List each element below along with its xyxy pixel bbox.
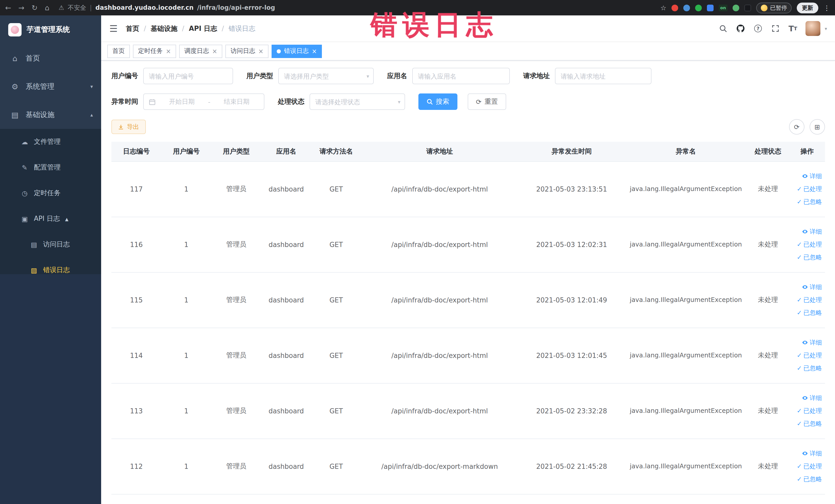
detail-link[interactable]: 详细 bbox=[789, 336, 822, 349]
mark-processed-link[interactable]: ✓ 已处理 bbox=[789, 238, 822, 251]
tab-scheduled-jobs[interactable]: 定时任务 × bbox=[133, 44, 176, 58]
sidebar-item-file-mgmt[interactable]: ☁ 文件管理 bbox=[0, 129, 101, 155]
mark-processed-link[interactable]: ✓ 已处理 bbox=[789, 183, 822, 195]
cell-actions: 详细 ✓ 已处理 ✓ 已忽略 bbox=[789, 161, 825, 217]
check-icon: ✓ bbox=[797, 294, 802, 306]
search-button[interactable]: 搜索 bbox=[419, 94, 457, 110]
home-icon: ⌂ bbox=[10, 54, 20, 63]
forward-icon[interactable]: → bbox=[18, 4, 24, 12]
check-icon: ✓ bbox=[797, 473, 802, 485]
tab-access-log[interactable]: 访问日志 × bbox=[225, 44, 268, 58]
sidebar-item-access-log[interactable]: ▤ 访问日志 bbox=[0, 231, 101, 257]
detail-link[interactable]: 详细 bbox=[789, 281, 822, 294]
back-icon[interactable]: ← bbox=[5, 4, 11, 12]
avatar-caret-icon[interactable]: ▾ bbox=[825, 26, 827, 31]
help-icon[interactable]: ? bbox=[753, 24, 762, 33]
tab-label: 访问日志 bbox=[230, 47, 255, 56]
close-icon[interactable]: × bbox=[312, 47, 317, 55]
cell-status: 未处理 bbox=[747, 161, 789, 217]
extension-icon-blue-drop[interactable] bbox=[683, 4, 690, 11]
check-icon: ✓ bbox=[797, 306, 802, 319]
sidebar-item-api-log[interactable]: ▣ API 日志 ▴ bbox=[0, 206, 101, 231]
user-type-select[interactable] bbox=[278, 68, 374, 84]
sidebar-item-label: 定时任务 bbox=[34, 188, 61, 198]
mark-processed-link[interactable]: ✓ 已处理 bbox=[789, 404, 822, 417]
status-select[interactable] bbox=[309, 94, 405, 110]
mark-ignored-link[interactable]: ✓ 已忽略 bbox=[789, 195, 822, 208]
refresh-button[interactable]: ⟳ bbox=[789, 119, 805, 135]
mark-processed-link[interactable]: ✓ 已处理 bbox=[789, 294, 822, 306]
tab-error-log[interactable]: 错误日志 × bbox=[271, 44, 322, 58]
address-bar[interactable]: ⚠ 不安全 | dashboard.yudao.iocoder.cn /infr… bbox=[59, 3, 660, 12]
extension-icon-leaf[interactable] bbox=[733, 4, 739, 11]
bookmark-star-icon[interactable]: ☆ bbox=[660, 4, 666, 12]
breadcrumb-infra[interactable]: 基础设施 bbox=[151, 24, 177, 33]
update-button[interactable]: 更新 bbox=[797, 2, 818, 13]
extension-icon-blue-grid[interactable] bbox=[707, 4, 714, 11]
close-icon[interactable]: × bbox=[258, 47, 263, 55]
extension-icon-green[interactable] bbox=[695, 4, 702, 11]
detail-link[interactable]: 详细 bbox=[789, 447, 822, 460]
cell-log-id: 112 bbox=[111, 439, 161, 494]
tab-label: 首页 bbox=[113, 47, 125, 56]
page-content: 用户编号 用户类型 ▾ 应用名 请 bbox=[101, 61, 835, 504]
mark-ignored-link[interactable]: ✓ 已忽略 bbox=[789, 306, 822, 319]
close-icon[interactable]: × bbox=[166, 47, 171, 55]
sidebar-item-label: 首页 bbox=[26, 54, 40, 63]
sidebar-item-scheduled-jobs[interactable]: ◷ 定时任务 bbox=[0, 180, 101, 206]
date-range-picker[interactable]: 开始日期 - 结束日期 bbox=[143, 94, 264, 110]
reload-icon[interactable]: ↻ bbox=[32, 4, 38, 12]
security-label[interactable]: 不安全 bbox=[68, 3, 86, 12]
request-url-input[interactable] bbox=[555, 68, 651, 84]
browser-menu-icon[interactable]: ⋮ bbox=[823, 4, 830, 12]
user-id-input[interactable] bbox=[143, 68, 233, 84]
check-icon: ✓ bbox=[797, 362, 802, 375]
detail-link[interactable]: 详细 bbox=[789, 391, 822, 404]
export-button[interactable]: 导出 bbox=[111, 120, 146, 134]
close-icon[interactable]: × bbox=[212, 47, 217, 55]
github-icon[interactable] bbox=[736, 24, 745, 33]
sidebar-item-label: 文件管理 bbox=[34, 137, 61, 146]
fullscreen-icon[interactable] bbox=[771, 24, 780, 33]
sidebar-item-system-mgmt[interactable]: ⚙ 系统管理 ▾ bbox=[0, 73, 101, 101]
extension-icon-red[interactable] bbox=[672, 4, 678, 11]
tab-dispatch-log[interactable]: 调度日志 × bbox=[179, 44, 222, 58]
mark-processed-link[interactable]: ✓ 已处理 bbox=[789, 460, 822, 473]
infrastructure-submenu: ☁ 文件管理 ✎ 配置管理 ◷ 定时任务 ▣ API 日志 ▴ bbox=[0, 129, 101, 274]
col-header-exception-time: 异常发生时间 bbox=[518, 142, 625, 161]
cloud-icon: ☁ bbox=[21, 138, 29, 146]
mark-ignored-link[interactable]: ✓ 已忽略 bbox=[789, 473, 822, 485]
mark-ignored-link[interactable]: ✓ 已忽略 bbox=[789, 417, 822, 430]
home-icon[interactable]: ⌂ bbox=[45, 4, 49, 12]
sidebar-item-infrastructure[interactable]: ▤ 基础设施 ▴ bbox=[0, 101, 101, 129]
breadcrumb-home[interactable]: 首页 bbox=[126, 24, 139, 33]
detail-link[interactable]: 详细 bbox=[789, 225, 822, 238]
extension-icon-paw[interactable] bbox=[745, 4, 751, 11]
cell-request-url: /api/infra/db-doc/export-html bbox=[361, 217, 518, 272]
mark-ignored-link[interactable]: ✓ 已忽略 bbox=[789, 251, 822, 264]
extension-icon-on-badge[interactable]: on bbox=[719, 4, 728, 11]
tabs-bar: 首页 定时任务 × 调度日志 × 访问日志 × 错误日志 × bbox=[101, 42, 835, 61]
cell-status: 未处理 bbox=[747, 328, 789, 383]
user-avatar[interactable] bbox=[806, 21, 821, 36]
hamburger-icon[interactable]: ☰ bbox=[109, 23, 118, 34]
search-icon[interactable] bbox=[718, 24, 728, 33]
reset-button[interactable]: ⟳ 重置 bbox=[468, 94, 506, 110]
font-size-icon[interactable]: TT bbox=[788, 24, 797, 33]
sidebar-item-label: 错误日志 bbox=[43, 265, 70, 274]
mark-ignored-link[interactable]: ✓ 已忽略 bbox=[789, 362, 822, 375]
active-tab-dot bbox=[277, 49, 281, 53]
sidebar-item-config-mgmt[interactable]: ✎ 配置管理 bbox=[0, 155, 101, 180]
cell-actions: 详细 ✓ 已处理 ✓ 已忽略 bbox=[789, 383, 825, 439]
tab-home[interactable]: 首页 bbox=[107, 44, 130, 58]
breadcrumb-api-log[interactable]: API 日志 bbox=[189, 24, 217, 33]
app-name-input[interactable] bbox=[412, 68, 510, 84]
column-settings-button[interactable]: ⊞ bbox=[810, 119, 825, 135]
detail-link[interactable]: 详细 bbox=[789, 170, 822, 183]
sidebar-item-error-log[interactable]: ▨ 错误日志 bbox=[0, 257, 101, 274]
processed-link-label: 已处理 bbox=[803, 349, 822, 362]
detail-link-label: 详细 bbox=[810, 170, 822, 183]
paused-chip[interactable]: 已暂停 bbox=[756, 2, 792, 13]
mark-processed-link[interactable]: ✓ 已处理 bbox=[789, 349, 822, 362]
sidebar-item-home[interactable]: ⌂ 首页 bbox=[0, 44, 101, 73]
